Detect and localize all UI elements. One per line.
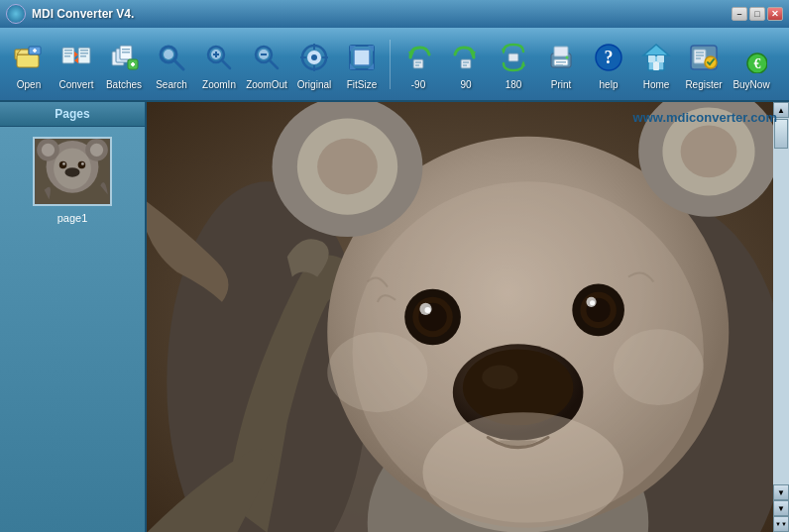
search-button[interactable]: Search (149, 33, 194, 96)
svg-point-114 (422, 412, 623, 532)
svg-point-94 (317, 139, 378, 195)
batches-label: Batches (106, 79, 142, 90)
separator-1 (390, 40, 391, 89)
convert-label: Convert (58, 79, 93, 90)
title-bar-left: MDI Converter V4. (6, 4, 134, 24)
svg-point-112 (327, 332, 427, 412)
register-button[interactable]: Register (681, 33, 727, 96)
svg-point-22 (164, 50, 173, 59)
koala-image (147, 102, 789, 532)
page1-thumbnail[interactable] (33, 137, 112, 206)
title-bar: MDI Converter V4. – □ ✕ (0, 0, 789, 28)
svg-line-23 (174, 60, 183, 69)
rotate-right-label: 90 (460, 79, 471, 90)
scroll-track[interactable] (773, 118, 789, 484)
svg-marker-50 (502, 49, 506, 54)
svg-rect-41 (354, 50, 370, 65)
batches-icon (106, 38, 142, 77)
help-icon: ? (591, 38, 626, 77)
print-label: Print (551, 79, 572, 90)
svg-rect-67 (694, 50, 706, 63)
svg-rect-8 (64, 55, 70, 57)
zoomin-icon (201, 38, 237, 77)
search-toolbar-icon (154, 38, 189, 77)
original-label: Original (297, 79, 331, 90)
scroll-to-bottom[interactable]: ▼▼ (773, 516, 789, 532)
rotate-left-icon (400, 38, 436, 77)
svg-point-111 (482, 366, 517, 389)
svg-rect-7 (64, 53, 72, 54)
zoomout-button[interactable]: ZoomOut (244, 33, 289, 96)
image-viewer: www.mdiconverter.com (147, 102, 789, 532)
open-button[interactable]: Open (6, 33, 52, 96)
svg-rect-11 (80, 53, 88, 54)
fitsize-button[interactable]: FitSize (339, 33, 385, 96)
watermark: www.mdiconverter.com (633, 110, 777, 125)
svg-rect-43 (413, 59, 423, 68)
open-icon (11, 38, 47, 77)
search-label: Search (156, 79, 187, 90)
svg-rect-55 (554, 47, 568, 56)
buynow-label: BuyNow (733, 79, 769, 90)
convert-button[interactable]: Convert (54, 33, 99, 96)
zoomout-label: ZoomOut (246, 79, 287, 90)
svg-rect-57 (556, 61, 566, 63)
help-label: help (600, 79, 619, 90)
rotate-right-button[interactable]: 90 (443, 33, 489, 96)
zoomin-label: ZoomIn (202, 79, 236, 90)
zoomin-button[interactable]: ZoomIn (196, 33, 242, 96)
home-button[interactable]: Home (633, 33, 679, 96)
register-icon (686, 38, 722, 77)
print-button[interactable]: Print (538, 33, 584, 96)
rotate-180-icon (496, 38, 531, 77)
fitsize-icon (344, 38, 380, 77)
vertical-scrollbar[interactable]: ▲ ▼ ▼ ▼▼ (773, 102, 789, 532)
page1-label: page1 (57, 212, 88, 224)
svg-point-97 (681, 126, 737, 178)
svg-point-103 (424, 307, 430, 313)
close-button[interactable]: ✕ (767, 7, 783, 21)
help-button[interactable]: ? help (586, 33, 631, 96)
svg-point-35 (311, 54, 317, 60)
convert-icon (58, 38, 94, 77)
rotate-180-button[interactable]: 180 (491, 33, 536, 96)
svg-rect-16 (122, 49, 130, 51)
maximize-button[interactable]: □ (749, 7, 765, 21)
svg-rect-12 (80, 55, 86, 57)
buynow-icon: € (733, 38, 769, 77)
sidebar: Pages (0, 102, 147, 532)
svg-rect-47 (461, 59, 471, 68)
minimize-button[interactable]: – (732, 7, 747, 21)
svg-text:?: ? (605, 48, 614, 67)
scroll-down-arrow-1[interactable]: ▼ (773, 484, 789, 500)
svg-point-108 (590, 300, 595, 305)
svg-rect-10 (80, 50, 88, 52)
pages-header: Pages (0, 102, 145, 127)
svg-rect-64 (648, 55, 655, 62)
original-button[interactable]: Original (291, 33, 337, 96)
batches-button[interactable]: Batches (101, 33, 147, 96)
buynow-button[interactable]: € BuyNow (729, 33, 774, 96)
svg-point-77 (42, 144, 55, 157)
print-icon (543, 38, 579, 77)
svg-point-79 (90, 144, 103, 157)
fitsize-label: FitSize (347, 79, 378, 90)
app-icon (6, 4, 26, 24)
rotate-180-label: 180 (506, 79, 522, 90)
rotate-left-button[interactable]: -90 (395, 33, 441, 96)
svg-rect-58 (556, 64, 563, 66)
svg-point-85 (64, 167, 79, 176)
home-label: Home (643, 79, 670, 90)
svg-point-84 (81, 162, 84, 165)
svg-point-83 (62, 162, 65, 165)
svg-rect-63 (653, 61, 659, 70)
svg-rect-65 (657, 55, 664, 62)
zoomout-icon (249, 38, 284, 77)
svg-text:€: € (754, 56, 761, 71)
svg-line-28 (222, 60, 230, 68)
svg-rect-1 (17, 54, 39, 67)
scroll-down-arrow-2[interactable]: ▼ (773, 500, 789, 516)
home-icon (638, 38, 674, 77)
svg-point-56 (566, 56, 569, 59)
svg-line-32 (270, 60, 278, 68)
